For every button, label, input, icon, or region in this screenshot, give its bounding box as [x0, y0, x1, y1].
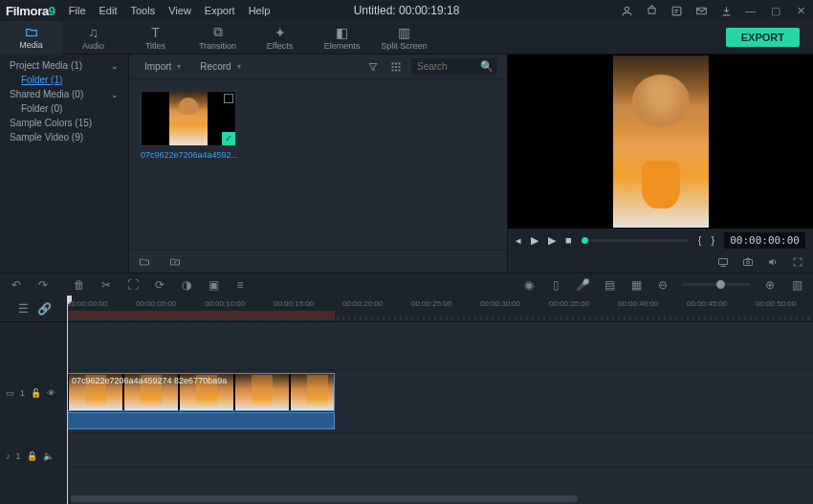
filter-icon[interactable]	[365, 59, 381, 75]
transition-icon: ⧉	[213, 24, 223, 40]
window-buttons: — ▢ ✕	[620, 4, 807, 17]
video-track-header[interactable]: ▭ 1 🔓 👁	[0, 370, 67, 416]
tab-effects[interactable]: ✦Effects	[249, 21, 311, 55]
timeline-scrollbar[interactable]	[71, 495, 578, 502]
cut-button[interactable]: ✂	[99, 278, 113, 292]
download-icon[interactable]	[719, 4, 733, 17]
media-grid: ✓ 07c9622e7206a4a4592...	[129, 79, 507, 250]
svg-rect-11	[399, 69, 401, 71]
link-icon[interactable]: 🔗	[37, 302, 51, 316]
menu-view[interactable]: View	[168, 5, 191, 16]
new-folder-icon[interactable]	[137, 254, 152, 270]
next-frame-button[interactable]: ▶	[548, 234, 556, 247]
titles-icon: T	[151, 25, 160, 40]
timeline-tracks[interactable]: 00:00:00:0000:00:05:0000:00:10:0000:00:1…	[67, 296, 813, 504]
user-icon[interactable]	[620, 4, 633, 17]
close-icon[interactable]: ✕	[794, 4, 807, 17]
sidebar-item-project-media[interactable]: Project Media (1)⌄	[0, 58, 128, 73]
sidebar-item-shared-media[interactable]: Shared Media (0)⌄	[0, 87, 128, 101]
sidebar-item-folder-0[interactable]: Folder (0)	[0, 101, 128, 116]
delete-button[interactable]: 🗑	[73, 278, 86, 292]
sidebar-item-sample-colors[interactable]: Sample Colors (15)	[0, 116, 128, 130]
video-clip[interactable]: 07c9622e7206a4a459274 82e6770ba9a	[67, 373, 335, 411]
sidebar-item-sample-video[interactable]: Sample Video (9)	[0, 130, 128, 144]
menu-help[interactable]: Help	[249, 5, 271, 16]
speed-button[interactable]: ⟳	[153, 278, 166, 292]
effects-icon: ✦	[275, 25, 286, 40]
lock-icon[interactable]: 🔓	[31, 388, 41, 398]
mixer-button[interactable]: ▤	[603, 278, 616, 292]
timeline-ruler[interactable]: 00:00:00:0000:00:05:0000:00:10:0000:00:1…	[67, 296, 813, 322]
export-button[interactable]: EXPORT	[726, 28, 800, 47]
manage-tracks-icon[interactable]: ☰	[16, 302, 30, 316]
tab-titles[interactable]: TTitles	[124, 21, 187, 55]
zoom-fit-button[interactable]: ▥	[790, 278, 803, 292]
menu-file[interactable]: File	[69, 5, 86, 16]
menu-export[interactable]: Export	[205, 5, 235, 16]
volume-icon[interactable]	[765, 254, 780, 270]
ruler-tick: 00:00:45:00	[687, 299, 727, 308]
chevron-down-icon: ▾	[237, 62, 241, 71]
video-track[interactable]: 07c9622e7206a4a459274 82e6770ba9a	[67, 370, 813, 433]
playback-controls: ◂ ▶ ▶ ■ { } 00:00:00:00	[508, 229, 813, 252]
marker-button[interactable]: ▯	[549, 278, 562, 292]
bell-icon[interactable]	[670, 4, 683, 17]
search-input[interactable]	[417, 61, 474, 72]
playhead[interactable]	[67, 296, 68, 504]
green-screen-button[interactable]: ▣	[207, 278, 220, 292]
snapshot-icon[interactable]	[740, 254, 756, 270]
redo-button[interactable]: ↷	[36, 278, 50, 292]
crop-button[interactable]: ⛶	[126, 278, 140, 292]
play-button[interactable]: ▶	[531, 234, 538, 247]
menu-edit[interactable]: Edit	[99, 5, 118, 16]
snap-button[interactable]: ▦	[629, 278, 643, 292]
audio-track-icon: ♪	[6, 451, 11, 461]
tab-audio[interactable]: ♫Audio	[62, 21, 124, 55]
zoom-slider[interactable]	[683, 283, 750, 286]
tab-split-screen[interactable]: ▥Split Screen	[373, 21, 435, 55]
search-box[interactable]: 🔍	[411, 58, 497, 75]
import-dropdown[interactable]: Import▾	[139, 59, 187, 74]
sidebar-item-folder-1[interactable]: Folder (1)	[0, 73, 128, 87]
mute-icon[interactable]: 🔈	[43, 451, 54, 461]
prev-frame-button[interactable]: ◂	[516, 234, 521, 247]
chevron-down-icon: ▾	[177, 62, 181, 71]
render-button[interactable]: ◉	[522, 278, 536, 292]
minimize-icon[interactable]: —	[744, 4, 758, 17]
voiceover-button[interactable]: 🎤	[576, 278, 589, 292]
clip-thumb	[291, 374, 335, 410]
record-dropdown[interactable]: Record▾	[194, 59, 246, 74]
mark-in-button[interactable]: {	[698, 234, 702, 246]
cart-icon[interactable]	[645, 4, 658, 17]
zoom-in-button[interactable]: ⊕	[763, 278, 777, 292]
mail-icon[interactable]	[694, 4, 708, 17]
audio-track-header[interactable]: ♪ 1 🔓 🔈	[0, 439, 67, 473]
audio-icon: ♫	[88, 25, 99, 40]
menu-tools[interactable]: Tools	[131, 5, 156, 16]
search-icon[interactable]: 🔍	[480, 60, 494, 73]
maximize-icon[interactable]: ▢	[769, 4, 782, 17]
tab-elements[interactable]: ◧Elements	[311, 21, 373, 55]
adjust-button[interactable]: ≡	[233, 278, 247, 292]
new-folder-plus-icon[interactable]	[167, 254, 183, 270]
tab-media[interactable]: Media	[0, 21, 62, 55]
fullscreen-icon[interactable]	[790, 254, 805, 270]
undo-button[interactable]: ↶	[10, 278, 23, 292]
playback-slider[interactable]	[582, 239, 689, 242]
empty-track[interactable]	[67, 322, 813, 370]
quality-icon[interactable]	[715, 254, 731, 270]
zoom-out-button[interactable]: ⊖	[656, 278, 670, 292]
audio-clip[interactable]	[67, 412, 335, 429]
preview-video[interactable]	[508, 55, 813, 229]
media-panel: Import▾ Record▾ 🔍 ✓ 07c9622e7206a4a4592.…	[129, 55, 507, 273]
media-thumbnail[interactable]: ✓	[141, 91, 236, 146]
eye-icon[interactable]: 👁	[47, 388, 55, 398]
mark-out-button[interactable]: }	[711, 234, 714, 246]
audio-track[interactable]	[67, 433, 813, 468]
stop-button[interactable]: ■	[565, 234, 572, 246]
tab-transition[interactable]: ⧉Transition	[187, 21, 249, 55]
color-button[interactable]: ◑	[180, 278, 193, 292]
media-toolbar: Import▾ Record▾ 🔍	[129, 55, 507, 79]
grid-view-icon[interactable]	[388, 59, 404, 75]
lock-icon[interactable]: 🔓	[27, 451, 37, 461]
